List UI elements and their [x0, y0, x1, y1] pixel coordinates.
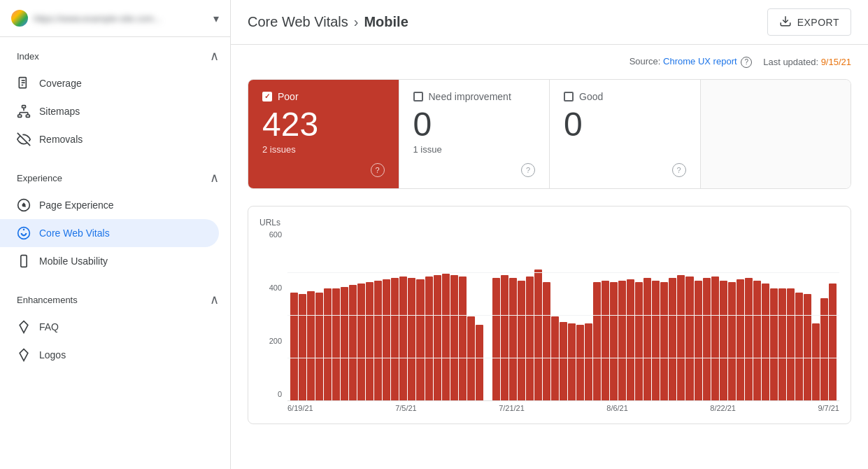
- stat-card-poor-header: Poor: [262, 91, 385, 102]
- chart-container: 6004002000 6/19/217/5/217/21/218/6/218/2…: [259, 230, 839, 412]
- sidebar-section-enhancements-header[interactable]: Enhancements ∧: [0, 286, 230, 313]
- eye-off-icon: [17, 132, 31, 146]
- chart-x-tick: 7/5/21: [395, 404, 417, 412]
- sitemap-icon: [17, 104, 31, 118]
- chart-bar: [652, 281, 660, 400]
- chart-bar: [442, 274, 450, 400]
- chart-x-tick: 7/21/21: [499, 404, 525, 412]
- export-icon: [779, 15, 792, 29]
- chart-y-tick: 200: [269, 337, 282, 345]
- chart-bar: [778, 288, 786, 400]
- need-improvement-checkbox[interactable]: [413, 92, 423, 102]
- chart-bar: [770, 288, 778, 400]
- svg-rect-16: [21, 255, 27, 267]
- chart-bar: [290, 293, 298, 400]
- chart-bar: [643, 278, 651, 400]
- sidebar-section-experience-header[interactable]: Experience ∧: [0, 164, 230, 191]
- chart-bar: [753, 281, 761, 400]
- chart-grid: [287, 230, 839, 401]
- svg-marker-18: [20, 321, 28, 333]
- chart-bar: [711, 276, 719, 400]
- chart-bar: [518, 281, 525, 400]
- sidebar-item-coverage[interactable]: Coverage: [0, 69, 219, 97]
- stat-card-poor[interactable]: Poor 423 2 issues ?: [248, 80, 399, 188]
- chart-bar: [669, 278, 676, 400]
- chart-bar: [829, 284, 837, 400]
- svg-rect-4: [22, 106, 26, 108]
- breadcrumb-current: Mobile: [364, 14, 408, 30]
- export-button[interactable]: EXPORT: [767, 8, 851, 36]
- chart-bar: [476, 325, 483, 400]
- chart-bar: [787, 288, 795, 400]
- sidebar-item-sitemaps[interactable]: Sitemaps: [0, 97, 219, 125]
- chart-bar: [399, 276, 407, 400]
- chart-bar: [299, 294, 306, 400]
- sidebar-item-mobile-usability[interactable]: Mobile Usability: [0, 247, 219, 275]
- chart-bar: [602, 281, 609, 400]
- info-icon[interactable]: ?: [741, 57, 752, 68]
- sidebar-item-faq[interactable]: FAQ: [0, 313, 219, 341]
- chart-plot-area: 6/19/217/5/217/21/218/6/218/22/219/7/21: [287, 230, 839, 412]
- chart-bar: [366, 282, 373, 400]
- stat-card-good[interactable]: Good 0 ?: [550, 80, 701, 188]
- sidebar-section-index-header[interactable]: Index ∧: [0, 43, 230, 69]
- chart-bar: [560, 322, 567, 400]
- chart-grid-line: [287, 358, 839, 358]
- good-help-icon[interactable]: ?: [672, 163, 686, 177]
- site-url: https://www.example-site.com...: [34, 13, 162, 24]
- stat-card-need-improvement[interactable]: Need improvement 0 1 issue ?: [399, 80, 550, 188]
- svg-point-13: [22, 204, 26, 207]
- chart-y-tick: 400: [269, 284, 282, 292]
- svg-rect-5: [18, 115, 22, 117]
- chart-bar: [374, 281, 382, 400]
- stat-card-empty: [701, 80, 851, 188]
- source-bar: Source: Chrome UX report ? Last updated:…: [248, 56, 851, 68]
- chart-bar: [459, 276, 467, 400]
- breadcrumb-parent[interactable]: Core Web Vitals: [248, 14, 348, 30]
- chart-bar: [315, 293, 323, 400]
- chart-bar: [703, 278, 711, 400]
- sidebar: https://www.example-site.com... ▾ Index …: [0, 0, 231, 469]
- chart-bar: [795, 293, 803, 400]
- chart-bar: [501, 275, 508, 400]
- need-improvement-value: 0: [413, 108, 536, 141]
- poor-checkbox[interactable]: [262, 92, 272, 102]
- chart-bar: [492, 278, 500, 400]
- good-value: 0: [564, 108, 686, 141]
- chart-x-axis: 6/19/217/5/217/21/218/6/218/22/219/7/21: [287, 401, 839, 412]
- sidebar-item-removals[interactable]: Removals: [0, 125, 219, 153]
- diamond-icon: [17, 348, 31, 362]
- chart-section: URLs 6004002000 6/19/217/5/217/21/218/6/…: [248, 206, 851, 424]
- source-link[interactable]: Chrome UX report: [663, 56, 737, 66]
- poor-help-icon[interactable]: ?: [371, 163, 385, 177]
- need-improvement-label: Need improvement: [429, 91, 511, 102]
- chart-bar: [762, 284, 769, 400]
- chart-bar: [804, 294, 811, 400]
- stat-card-good-header: Good: [564, 91, 686, 102]
- sidebar-item-core-web-vitals[interactable]: Core Web Vitals: [0, 219, 219, 247]
- chevron-down-icon[interactable]: ▾: [213, 12, 219, 25]
- good-checkbox[interactable]: [564, 92, 574, 102]
- chart-grid-line: [287, 272, 839, 273]
- sidebar-item-page-experience[interactable]: Page Experience: [0, 191, 219, 219]
- chart-bar: [425, 276, 433, 400]
- chart-bar: [332, 288, 340, 400]
- main-content: Source: Chrome UX report ? Last updated:…: [231, 45, 868, 469]
- chart-bar: [434, 275, 441, 400]
- chart-bar: [820, 298, 828, 400]
- chart-bar: [357, 284, 365, 400]
- chart-bar: [324, 288, 332, 400]
- chart-x-tick: 8/6/21: [606, 404, 628, 412]
- stat-card-need-improvement-header: Need improvement: [413, 91, 536, 102]
- chart-bar: [610, 282, 618, 400]
- site-info: https://www.example-site.com...: [11, 10, 162, 27]
- chart-bar: [593, 282, 601, 400]
- need-improvement-help-icon[interactable]: ?: [521, 163, 535, 177]
- breadcrumb-separator: ›: [354, 14, 359, 30]
- chart-y-tick: 0: [278, 390, 282, 398]
- chart-bar: [543, 282, 550, 400]
- sidebar-item-logos[interactable]: Logos: [0, 341, 219, 369]
- last-updated-label: Last updated:: [763, 57, 818, 67]
- chart-x-tick: 8/22/21: [710, 404, 736, 412]
- chart-bar: [416, 279, 424, 400]
